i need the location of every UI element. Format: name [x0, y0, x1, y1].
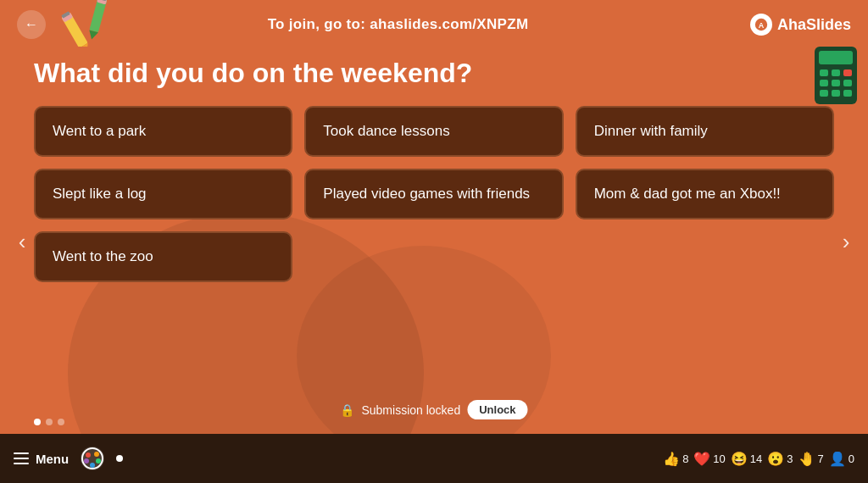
- reaction-bar: 👍 8 ❤️ 10 😆 14 😮 3 🤚 7 👤 0: [663, 451, 854, 467]
- reaction-raise: 🤚 7: [798, 451, 824, 467]
- dot-2[interactable]: [46, 419, 53, 425]
- prev-button[interactable]: ‹: [7, 226, 37, 257]
- header: ← To join, go to: ahaslides.com/XNPZM A …: [0, 0, 868, 49]
- question-text: What did you do on the weekend?: [0, 49, 868, 106]
- wow-emoji: 😮: [767, 451, 784, 467]
- logo-text: AhaSlides: [777, 16, 851, 34]
- answer-card-6[interactable]: Mom & dad got me an Xbox!!: [576, 169, 834, 219]
- next-icon: ›: [843, 229, 850, 255]
- back-button[interactable]: ←: [17, 10, 46, 39]
- answer-card-7[interactable]: Went to the zoo: [34, 231, 292, 282]
- answer-card-1[interactable]: Went to a park: [34, 106, 292, 157]
- svg-point-27: [84, 458, 89, 464]
- users-emoji: 👤: [829, 451, 846, 467]
- heart-emoji: ❤️: [693, 451, 710, 467]
- reaction-users: 👤 0: [829, 451, 854, 467]
- answer-card-5[interactable]: Played video games with friends: [304, 169, 563, 219]
- palette-area: Menu: [14, 443, 123, 474]
- thumbsup-emoji: 👍: [663, 451, 680, 467]
- svg-point-24: [94, 452, 99, 457]
- svg-point-25: [96, 458, 101, 464]
- join-url: ahaslides.com/XNPZM: [370, 16, 528, 32]
- raise-count: 7: [818, 452, 824, 465]
- dot-1[interactable]: [34, 419, 41, 425]
- dot-indicator: [116, 455, 123, 462]
- menu-button[interactable]: Menu: [14, 452, 69, 466]
- menu-label: Menu: [36, 452, 69, 466]
- svg-text:A: A: [759, 21, 765, 30]
- answers-grid: Went to a park Took dance lessons Dinner…: [0, 106, 868, 282]
- users-count: 0: [849, 452, 854, 465]
- heart-count: 10: [713, 452, 725, 465]
- dot-3[interactable]: [58, 419, 64, 425]
- reaction-thumbsup: 👍 8: [663, 451, 688, 467]
- unlock-button[interactable]: Unlock: [467, 400, 527, 419]
- join-info: To join, go to: ahaslides.com/XNPZM: [268, 16, 529, 33]
- menu-icon: [14, 452, 29, 464]
- submission-locked-bar: 🔒 Submission locked Unlock: [340, 400, 527, 419]
- prev-icon: ‹: [19, 229, 26, 255]
- join-text: To join, go to:: [268, 16, 370, 32]
- svg-point-26: [90, 463, 95, 468]
- answer-card-3[interactable]: Dinner with family: [576, 106, 834, 157]
- reaction-wow: 😮 3: [767, 451, 793, 467]
- laugh-count: 14: [750, 452, 762, 465]
- thumbsup-count: 8: [682, 452, 688, 465]
- raise-emoji: 🤚: [798, 451, 815, 467]
- ahaslides-logo: A AhaSlides: [750, 14, 851, 36]
- bottom-bar: Menu 👍 8 ❤️ 10 😆 14 😮 3: [0, 434, 868, 483]
- answer-card-2[interactable]: Took dance lessons: [304, 106, 563, 157]
- reaction-laugh: 😆 14: [731, 451, 762, 467]
- svg-point-23: [86, 452, 91, 458]
- slide-indicators: [34, 419, 64, 425]
- answer-card-4[interactable]: Slept like a log: [34, 169, 292, 219]
- reaction-heart: ❤️ 10: [693, 451, 725, 467]
- next-button[interactable]: ›: [831, 226, 861, 257]
- laugh-emoji: 😆: [731, 451, 748, 467]
- locked-text: Submission locked: [361, 403, 460, 417]
- palette-icon: [77, 443, 108, 474]
- logo-icon: A: [750, 14, 772, 36]
- wow-count: 3: [787, 452, 793, 465]
